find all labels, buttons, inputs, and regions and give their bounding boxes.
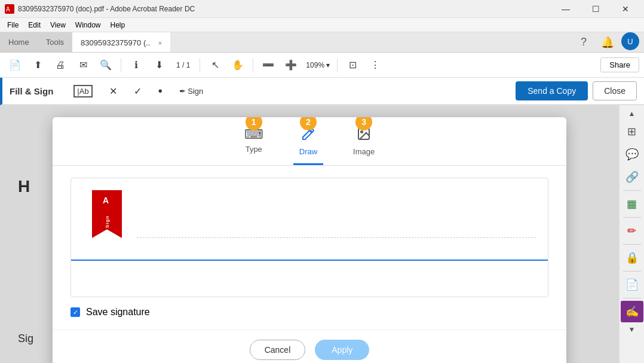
pdf-area: H Sig 1 ⌨ Type 2 (0, 105, 619, 363)
close-window-button[interactable]: ✕ (612, 0, 639, 18)
help-info-button[interactable]: ℹ (126, 55, 146, 75)
sidebar-separator-1 (623, 190, 641, 191)
sidebar-share-button[interactable]: 🔗 (621, 166, 643, 188)
search-button[interactable]: 🔍 (96, 55, 116, 75)
sidebar-scroll-up[interactable]: ▲ (621, 108, 643, 120)
fill-sign-label: Fill & Sign (10, 86, 53, 96)
tab-bell-button[interactable]: 🔔 (594, 32, 621, 52)
tab-tools-label: Tools (46, 38, 64, 47)
toolbar-separator-3 (253, 58, 253, 72)
toolbar-separator-4 (337, 58, 338, 72)
modal-footer: Cancel Apply (53, 330, 566, 363)
tab-tools[interactable]: Tools (38, 32, 72, 52)
sidebar-thumbnail-button[interactable]: ⊞ (621, 121, 643, 142)
toolbar-separator-1 (121, 58, 121, 72)
sidebar-comment-button[interactable]: 💬 (621, 144, 643, 165)
minimize-button[interactable]: — (552, 0, 579, 18)
svg-point-2 (361, 131, 363, 133)
window-controls: — ☐ ✕ (552, 0, 639, 18)
scroll-mode-button[interactable]: ⋮ (365, 55, 385, 75)
tab-bar: Home Tools 83095932375970 (.. × ? 🔔 U (0, 32, 644, 53)
signature-baseline (71, 260, 548, 261)
sidebar-separator-4 (623, 271, 641, 272)
menu-view[interactable]: View (45, 20, 70, 30)
sidebar-export-button[interactable]: 📄 (621, 274, 643, 295)
acrobat-bookmark: A Sign (92, 190, 122, 238)
send-a-copy-button[interactable]: Send a Copy (516, 81, 588, 100)
pen-sign-icon: ✒ Sign (179, 87, 204, 96)
new-doc-button[interactable]: 📄 (5, 55, 25, 75)
acrobat-icon: A Sign (89, 190, 125, 244)
tab-document-label: 83095932375970 (.. (81, 38, 155, 47)
menu-window[interactable]: Window (70, 20, 106, 30)
sidebar-separator-2 (623, 217, 641, 218)
fit-page-button[interactable]: ⊡ (342, 55, 363, 75)
sidebar-sign-button[interactable]: ✍ (621, 301, 643, 322)
close-fill-sign-button[interactable]: Close (593, 81, 637, 100)
text-field-button[interactable]: |Ab (68, 83, 98, 100)
tab-type-label: Type (246, 145, 262, 154)
checkmark-button[interactable]: ✓ (128, 83, 148, 99)
dot-button[interactable]: • (152, 82, 168, 100)
zoom-level: 109% ▾ (303, 61, 332, 69)
tab-draw[interactable]: 2 Draw (293, 127, 323, 165)
share-button[interactable]: Share (600, 57, 639, 72)
hand-tool-button[interactable]: ✋ (228, 55, 248, 75)
main-area: H Sig 1 ⌨ Type 2 (0, 105, 644, 363)
text-field-icon: |Ab (73, 85, 92, 97)
sign-button[interactable]: ✒ Sign (173, 84, 210, 98)
sidebar-fill-button[interactable]: ▦ (621, 193, 643, 215)
save-signature-checkbox[interactable]: ✓ (70, 307, 80, 317)
draw-signature-modal: 1 ⌨ Type 2 Draw (53, 117, 566, 363)
cross-button[interactable]: ✕ (103, 83, 123, 99)
zoom-out-button[interactable]: ➖ (258, 55, 278, 75)
sidebar-protect-button[interactable]: 🔒 (621, 247, 643, 269)
tab-image-label: Image (353, 147, 375, 156)
sidebar-separator-5 (623, 298, 641, 298)
apply-button[interactable]: Apply (315, 340, 369, 360)
sidebar-highlight-button[interactable]: ✏ (621, 220, 643, 242)
page-number: 1 / 1 (171, 61, 195, 69)
email-button[interactable]: ✉ (73, 55, 93, 75)
save-signature-row: ✓ Save signature (70, 307, 548, 318)
sidebar-scroll-down[interactable]: ▼ (621, 324, 643, 335)
tab-image[interactable]: 3 Image (347, 127, 381, 165)
tab-document[interactable]: 83095932375970 (.. × (72, 32, 170, 52)
menu-bar: File Edit View Window Help (0, 18, 644, 32)
checkmark-icon: ✓ (134, 86, 142, 97)
signature-guide-line (137, 237, 536, 238)
signature-draw-area[interactable]: A Sign (70, 178, 548, 297)
fill-sign-bar: Fill & Sign |Ab ✕ ✓ • ✒ Sign Send a Copy… (0, 78, 644, 105)
tab-home[interactable]: Home (0, 32, 38, 52)
upload-button[interactable]: ⬆ (27, 55, 48, 75)
tab-close-icon[interactable]: × (158, 39, 162, 47)
sidebar-separator-3 (623, 244, 641, 245)
title-bar: A 83095932375970 (doc).pdf - Adobe Acrob… (0, 0, 644, 18)
modal-content: A Sign ✓ Save signature (53, 166, 566, 330)
tab-type[interactable]: 1 ⌨ Type (238, 127, 269, 165)
select-tool-button[interactable]: ↖ (205, 55, 225, 75)
print-button[interactable]: 🖨 (50, 55, 70, 75)
app-icon: A (5, 4, 14, 14)
svg-text:A: A (103, 196, 109, 205)
prev-page-button[interactable]: ⬇ (149, 55, 169, 75)
tab-home-label: Home (8, 38, 29, 47)
menu-file[interactable]: File (2, 20, 23, 30)
dot-icon: • (158, 84, 162, 98)
cross-icon: ✕ (109, 86, 117, 97)
tab-avatar[interactable]: U (621, 32, 639, 50)
window-title: 83095932375970 (doc).pdf - Adobe Acrobat… (18, 5, 552, 13)
menu-edit[interactable]: Edit (23, 20, 45, 30)
toolbar: 📄 ⬆ 🖨 ✉ 🔍 ℹ ⬇ 1 / 1 ↖ ✋ ➖ ➕ 109% ▾ ⊡ ⋮ S… (0, 53, 644, 78)
modal-overlay: 1 ⌨ Type 2 Draw (0, 105, 619, 363)
svg-text:A: A (6, 6, 10, 13)
tab-draw-label: Draw (299, 147, 317, 156)
menu-help[interactable]: Help (106, 20, 130, 30)
tab-help-button[interactable]: ? (574, 32, 594, 52)
zoom-in-button[interactable]: ➕ (281, 55, 301, 75)
maximize-button[interactable]: ☐ (582, 0, 609, 18)
toolbar-separator-2 (200, 58, 200, 72)
cancel-button[interactable]: Cancel (250, 340, 306, 360)
right-sidebar: ▲ ⊞ 💬 🔗 ▦ ✏ 🔒 📄 ✍ ▼ (619, 105, 644, 363)
acrobat-sign-text: Sign (105, 215, 110, 228)
